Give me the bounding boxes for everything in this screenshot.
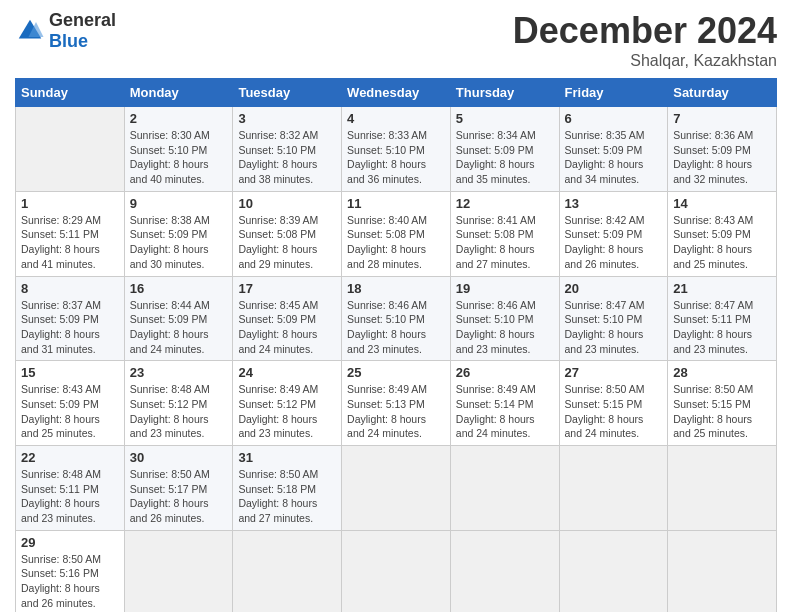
- calendar-cell: [559, 530, 668, 612]
- calendar-cell: 21Sunrise: 8:47 AMSunset: 5:11 PMDayligh…: [668, 276, 777, 361]
- logo-general: General: [49, 10, 116, 30]
- day-info: Sunrise: 8:33 AMSunset: 5:10 PMDaylight:…: [347, 128, 445, 187]
- day-number: 9: [130, 196, 228, 211]
- calendar-week-row: 22Sunrise: 8:48 AMSunset: 5:11 PMDayligh…: [16, 446, 777, 531]
- day-info: Sunrise: 8:47 AMSunset: 5:10 PMDaylight:…: [565, 298, 663, 357]
- day-number: 21: [673, 281, 771, 296]
- day-number: 26: [456, 365, 554, 380]
- day-info: Sunrise: 8:49 AMSunset: 5:14 PMDaylight:…: [456, 382, 554, 441]
- day-info: Sunrise: 8:38 AMSunset: 5:09 PMDaylight:…: [130, 213, 228, 272]
- day-info: Sunrise: 8:46 AMSunset: 5:10 PMDaylight:…: [456, 298, 554, 357]
- day-number: 20: [565, 281, 663, 296]
- day-info: Sunrise: 8:35 AMSunset: 5:09 PMDaylight:…: [565, 128, 663, 187]
- calendar-cell: 30Sunrise: 8:50 AMSunset: 5:17 PMDayligh…: [124, 446, 233, 531]
- calendar-cell: 8Sunrise: 8:37 AMSunset: 5:09 PMDaylight…: [16, 276, 125, 361]
- day-number: 2: [130, 111, 228, 126]
- day-number: 5: [456, 111, 554, 126]
- day-info: Sunrise: 8:34 AMSunset: 5:09 PMDaylight:…: [456, 128, 554, 187]
- day-number: 16: [130, 281, 228, 296]
- calendar-cell: 5Sunrise: 8:34 AMSunset: 5:09 PMDaylight…: [450, 107, 559, 192]
- calendar-cell: 4Sunrise: 8:33 AMSunset: 5:10 PMDaylight…: [342, 107, 451, 192]
- day-info: Sunrise: 8:49 AMSunset: 5:12 PMDaylight:…: [238, 382, 336, 441]
- day-info: Sunrise: 8:48 AMSunset: 5:11 PMDaylight:…: [21, 467, 119, 526]
- calendar-cell: 29Sunrise: 8:50 AMSunset: 5:16 PMDayligh…: [16, 530, 125, 612]
- day-info: Sunrise: 8:29 AMSunset: 5:11 PMDaylight:…: [21, 213, 119, 272]
- day-info: Sunrise: 8:42 AMSunset: 5:09 PMDaylight:…: [565, 213, 663, 272]
- calendar-cell: 14Sunrise: 8:43 AMSunset: 5:09 PMDayligh…: [668, 191, 777, 276]
- day-info: Sunrise: 8:36 AMSunset: 5:09 PMDaylight:…: [673, 128, 771, 187]
- calendar-cell: 16Sunrise: 8:44 AMSunset: 5:09 PMDayligh…: [124, 276, 233, 361]
- day-info: Sunrise: 8:50 AMSunset: 5:18 PMDaylight:…: [238, 467, 336, 526]
- calendar-cell: 6Sunrise: 8:35 AMSunset: 5:09 PMDaylight…: [559, 107, 668, 192]
- day-number: 11: [347, 196, 445, 211]
- day-number: 18: [347, 281, 445, 296]
- day-number: 30: [130, 450, 228, 465]
- day-info: Sunrise: 8:44 AMSunset: 5:09 PMDaylight:…: [130, 298, 228, 357]
- calendar-cell: [124, 530, 233, 612]
- day-info: Sunrise: 8:50 AMSunset: 5:15 PMDaylight:…: [565, 382, 663, 441]
- calendar-cell: 12Sunrise: 8:41 AMSunset: 5:08 PMDayligh…: [450, 191, 559, 276]
- calendar-cell: 7Sunrise: 8:36 AMSunset: 5:09 PMDaylight…: [668, 107, 777, 192]
- day-number: 27: [565, 365, 663, 380]
- calendar-cell: 13Sunrise: 8:42 AMSunset: 5:09 PMDayligh…: [559, 191, 668, 276]
- calendar-cell: [342, 530, 451, 612]
- day-info: Sunrise: 8:40 AMSunset: 5:08 PMDaylight:…: [347, 213, 445, 272]
- calendar-cell: [450, 446, 559, 531]
- calendar-cell: 28Sunrise: 8:50 AMSunset: 5:15 PMDayligh…: [668, 361, 777, 446]
- day-number: 31: [238, 450, 336, 465]
- day-info: Sunrise: 8:43 AMSunset: 5:09 PMDaylight:…: [673, 213, 771, 272]
- day-number: 23: [130, 365, 228, 380]
- title-block: December 2024 Shalqar, Kazakhstan: [513, 10, 777, 70]
- calendar-cell: 9Sunrise: 8:38 AMSunset: 5:09 PMDaylight…: [124, 191, 233, 276]
- day-number: 6: [565, 111, 663, 126]
- day-number: 29: [21, 535, 119, 550]
- day-number: 12: [456, 196, 554, 211]
- column-header-tuesday: Tuesday: [233, 79, 342, 107]
- calendar-cell: 20Sunrise: 8:47 AMSunset: 5:10 PMDayligh…: [559, 276, 668, 361]
- day-number: 1: [21, 196, 119, 211]
- day-number: 25: [347, 365, 445, 380]
- day-info: Sunrise: 8:30 AMSunset: 5:10 PMDaylight:…: [130, 128, 228, 187]
- calendar-cell: 17Sunrise: 8:45 AMSunset: 5:09 PMDayligh…: [233, 276, 342, 361]
- day-number: 28: [673, 365, 771, 380]
- day-info: Sunrise: 8:39 AMSunset: 5:08 PMDaylight:…: [238, 213, 336, 272]
- day-number: 3: [238, 111, 336, 126]
- calendar-cell: [233, 530, 342, 612]
- calendar-header-row: SundayMondayTuesdayWednesdayThursdayFrid…: [16, 79, 777, 107]
- day-info: Sunrise: 8:43 AMSunset: 5:09 PMDaylight:…: [21, 382, 119, 441]
- day-number: 7: [673, 111, 771, 126]
- day-info: Sunrise: 8:49 AMSunset: 5:13 PMDaylight:…: [347, 382, 445, 441]
- calendar-cell: 18Sunrise: 8:46 AMSunset: 5:10 PMDayligh…: [342, 276, 451, 361]
- calendar-cell: 11Sunrise: 8:40 AMSunset: 5:08 PMDayligh…: [342, 191, 451, 276]
- calendar-cell: 2Sunrise: 8:30 AMSunset: 5:10 PMDaylight…: [124, 107, 233, 192]
- day-number: 17: [238, 281, 336, 296]
- calendar-cell: 1Sunrise: 8:29 AMSunset: 5:11 PMDaylight…: [16, 191, 125, 276]
- calendar-cell: [559, 446, 668, 531]
- calendar-cell: [668, 446, 777, 531]
- day-info: Sunrise: 8:46 AMSunset: 5:10 PMDaylight:…: [347, 298, 445, 357]
- day-info: Sunrise: 8:50 AMSunset: 5:17 PMDaylight:…: [130, 467, 228, 526]
- day-number: 13: [565, 196, 663, 211]
- day-number: 24: [238, 365, 336, 380]
- calendar-cell: 23Sunrise: 8:48 AMSunset: 5:12 PMDayligh…: [124, 361, 233, 446]
- calendar-cell: [668, 530, 777, 612]
- generalblue-logo-icon: [15, 16, 45, 46]
- column-header-sunday: Sunday: [16, 79, 125, 107]
- page-title: December 2024: [513, 10, 777, 52]
- day-info: Sunrise: 8:48 AMSunset: 5:12 PMDaylight:…: [130, 382, 228, 441]
- calendar-week-row: 1Sunrise: 8:29 AMSunset: 5:11 PMDaylight…: [16, 191, 777, 276]
- day-number: 19: [456, 281, 554, 296]
- day-info: Sunrise: 8:45 AMSunset: 5:09 PMDaylight:…: [238, 298, 336, 357]
- column-header-friday: Friday: [559, 79, 668, 107]
- calendar-cell: 26Sunrise: 8:49 AMSunset: 5:14 PMDayligh…: [450, 361, 559, 446]
- column-header-saturday: Saturday: [668, 79, 777, 107]
- day-number: 10: [238, 196, 336, 211]
- calendar-week-row: 8Sunrise: 8:37 AMSunset: 5:09 PMDaylight…: [16, 276, 777, 361]
- calendar-cell: [342, 446, 451, 531]
- day-number: 4: [347, 111, 445, 126]
- calendar-cell: 19Sunrise: 8:46 AMSunset: 5:10 PMDayligh…: [450, 276, 559, 361]
- calendar-table: SundayMondayTuesdayWednesdayThursdayFrid…: [15, 78, 777, 612]
- day-number: 15: [21, 365, 119, 380]
- calendar-cell: 3Sunrise: 8:32 AMSunset: 5:10 PMDaylight…: [233, 107, 342, 192]
- column-header-thursday: Thursday: [450, 79, 559, 107]
